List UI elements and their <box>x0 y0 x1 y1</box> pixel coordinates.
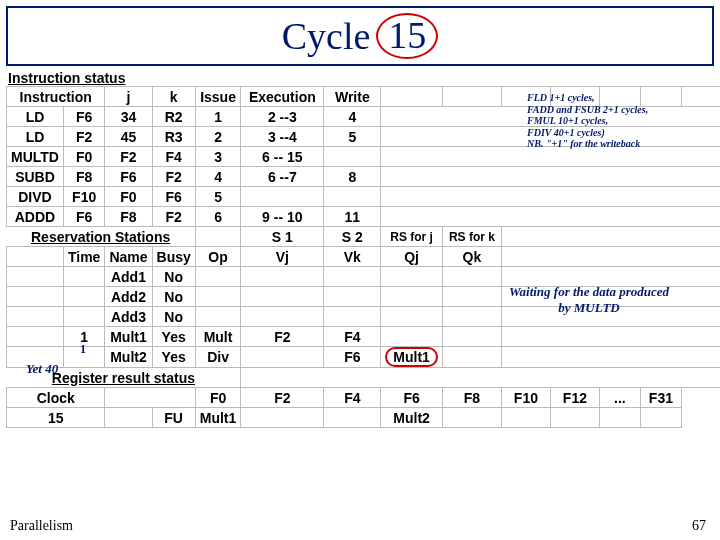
title-word: Cycle <box>282 14 371 58</box>
col-op: Op <box>195 247 241 267</box>
col-instruction: Instruction <box>7 87 105 107</box>
col-execution: Execution <box>241 87 324 107</box>
col-issue: Issue <box>195 87 241 107</box>
col-j: j <box>105 87 152 107</box>
reg-f0: F0 <box>195 388 241 408</box>
footer-left: Parallelism <box>10 518 73 534</box>
reg-f12: F12 <box>550 388 599 408</box>
reservation-stations-heading: Reservation Stations <box>7 227 196 247</box>
col-s1: S 1 <box>241 227 324 247</box>
col-s2: S 2 <box>324 227 381 247</box>
col-rs-for-k: RS for k <box>442 227 501 247</box>
table-row: SUBDF8F6F246 --78 <box>7 167 721 187</box>
table-row: MULTDF0F2F436 -- 15 <box>7 147 721 167</box>
table-row: ADDDF6F8F269 -- 1011 <box>7 207 721 227</box>
waiting-note: Waiting for the data produced by MULTD <box>494 284 684 315</box>
reservation-stations-heading-row: Reservation Stations S 1 S 2 RS for j RS… <box>7 227 721 247</box>
reg-f10: F10 <box>501 388 550 408</box>
reg-f2: F2 <box>241 388 324 408</box>
clock-value: 15 <box>7 408 105 428</box>
col-write: Write <box>324 87 381 107</box>
reg-f31: F31 <box>640 388 681 408</box>
rs-header-row: Time Name Busy Op Vj Vk Qj Qk <box>7 247 721 267</box>
slide-body: Instruction status Instruction j k Issue… <box>6 70 714 428</box>
register-status-heading-row: Register result status <box>7 368 721 388</box>
slide-title: Cycle 15 <box>6 6 714 66</box>
page-number: 67 <box>692 518 706 534</box>
col-name: Name <box>105 247 152 267</box>
table-row: DIVDF10F0F65 <box>7 187 721 207</box>
fu-label: FU <box>152 408 195 428</box>
reg-f8: F8 <box>442 388 501 408</box>
col-qk: Qk <box>442 247 501 267</box>
cycle-number-circled: 15 <box>376 13 438 59</box>
register-header-row: Clock F0 F2 F4 F6 F8 F10 F12 ... F31 <box>7 388 721 408</box>
reg-f6: F6 <box>381 388 443 408</box>
table-row: 1Mult1YesMultF2F4 <box>7 327 721 347</box>
col-vk: Vk <box>324 247 381 267</box>
col-k: k <box>152 87 195 107</box>
one-annotation: 1 <box>80 342 86 357</box>
instruction-status-heading: Instruction status <box>8 70 714 86</box>
col-time: Time <box>63 247 104 267</box>
col-qj: Qj <box>381 247 443 267</box>
col-vj: Vj <box>241 247 324 267</box>
register-value-row: 15 FU Mult1 Mult2 <box>7 408 721 428</box>
col-rs-for-j: RS for j <box>381 227 443 247</box>
clock-label: Clock <box>7 388 105 408</box>
reg-f4: F4 <box>324 388 381 408</box>
col-busy: Busy <box>152 247 195 267</box>
qj-mult1-highlight: Mult1 <box>381 347 443 368</box>
reg-dots: ... <box>599 388 640 408</box>
table-row: Mult2YesDivF6Mult1 <box>7 347 721 368</box>
yet-40-annotation: Yet 40 <box>26 361 58 377</box>
latencies-note: FLD 1+1 cycles, FADD and FSUB 2+1 cycles… <box>527 92 692 150</box>
